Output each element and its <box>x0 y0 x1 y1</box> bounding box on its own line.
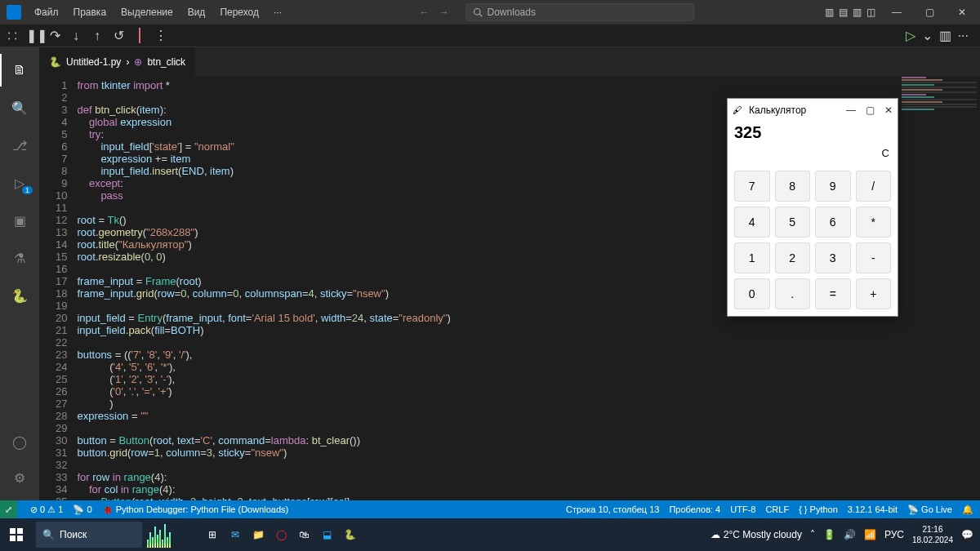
taskbar-mail-icon[interactable]: ✉ <box>224 523 247 546</box>
extensions-icon[interactable]: ▣ <box>0 204 39 237</box>
minimap[interactable] <box>898 76 980 174</box>
task-view-icon[interactable]: ⊞ <box>201 523 224 546</box>
svg-rect-3 <box>17 528 23 534</box>
calc-btn-6[interactable]: 6 <box>815 207 851 238</box>
breadcrumb-symbol: btn_click <box>147 56 185 68</box>
toggle-panel-right-icon[interactable]: ▥ <box>853 7 862 18</box>
status-notifications-icon[interactable]: 🔔 <box>962 504 973 515</box>
menu-edit[interactable]: Правка <box>67 3 114 21</box>
nav-back-icon[interactable]: ← <box>420 7 430 18</box>
run-dropdown-icon[interactable]: ⌄ <box>922 28 933 43</box>
taskbar-vscode-icon[interactable]: ⬓ <box>315 523 338 546</box>
tray-notifications-icon[interactable]: 💬 <box>961 529 973 540</box>
stop-icon[interactable] <box>132 29 147 43</box>
python-env-icon[interactable]: 🐍 <box>0 279 39 312</box>
weather-widget[interactable]: ☁ 2°C Mostly cloudy <box>710 529 802 540</box>
debug-badge: 1 <box>22 186 33 194</box>
tray-battery-icon[interactable]: 🔋 <box>823 529 835 540</box>
status-encoding[interactable]: UTF-8 <box>730 504 755 514</box>
windows-icon <box>10 528 23 541</box>
status-eol[interactable]: CRLF <box>765 504 789 514</box>
taskbar-opera-icon[interactable]: ◯ <box>270 523 292 546</box>
tray-wifi-icon[interactable]: 📶 <box>864 529 876 540</box>
remote-indicator[interactable]: ⤢ <box>0 500 17 518</box>
restart-icon[interactable]: ↺ <box>111 28 126 43</box>
run-icon[interactable]: ▷ <box>906 28 915 43</box>
customize-layout-icon[interactable]: ◫ <box>866 7 875 18</box>
status-golive[interactable]: 📡 Go Live <box>907 504 952 515</box>
calc-btn-dot[interactable]: . <box>775 278 811 309</box>
calc-btn-4[interactable]: 4 <box>734 207 770 238</box>
editor-more-icon[interactable]: ··· <box>958 29 969 43</box>
status-problems[interactable]: ⊘ 0 ⚠ 1 <box>30 504 63 515</box>
windows-taskbar: 🔍 Поиск ⊞ ✉ 📁 ◯ 🛍 ⬓ 🐍 ☁ 2°C Mostly cloud… <box>0 518 980 551</box>
tab-untitled[interactable]: 🐍 Untitled-1.py › ⊕ btn_click <box>39 47 196 76</box>
taskbar-explorer-icon[interactable]: 📁 <box>247 523 270 546</box>
step-over-icon[interactable]: ↷ <box>47 28 62 43</box>
menu-go[interactable]: Переход <box>213 3 265 21</box>
start-button[interactable] <box>0 518 33 551</box>
calc-minimize-icon[interactable]: — <box>846 104 856 116</box>
calc-maximize-icon[interactable]: ▢ <box>866 104 875 116</box>
calc-btn-9[interactable]: 9 <box>815 171 851 202</box>
window-minimize-icon[interactable]: — <box>882 2 911 23</box>
status-ports[interactable]: 📡 0 <box>73 504 91 515</box>
calc-clear-button[interactable]: C <box>882 147 889 159</box>
status-indent[interactable]: Пробелов: 4 <box>669 504 720 514</box>
run-debug-icon[interactable]: ▷1 <box>0 167 39 199</box>
calc-btn-mul[interactable]: * <box>856 207 892 238</box>
tray-chevron-icon[interactable]: ˄ <box>810 529 815 540</box>
menu-view[interactable]: Вид <box>181 3 212 21</box>
status-language[interactable]: { } Python <box>799 504 838 514</box>
search-activity-icon[interactable]: 🔍 <box>0 91 39 124</box>
menu-selection[interactable]: Выделение <box>114 3 180 21</box>
status-cursor[interactable]: Строка 10, столбец 13 <box>566 504 659 514</box>
calc-close-icon[interactable]: ✕ <box>884 104 893 116</box>
status-interpreter[interactable]: 3.12.1 64-bit <box>848 504 898 514</box>
taskbar-search[interactable]: 🔍 Поиск <box>36 522 142 548</box>
calc-btn-7[interactable]: 7 <box>734 171 770 202</box>
window-maximize-icon[interactable]: ▢ <box>915 2 944 23</box>
command-center[interactable]: Downloads <box>466 3 694 21</box>
calc-btn-1[interactable]: 1 <box>734 242 770 273</box>
calc-btn-5[interactable]: 5 <box>775 207 811 238</box>
tray-language[interactable]: РУС <box>884 529 904 540</box>
calc-btn-sub[interactable]: - <box>856 242 892 273</box>
menu-file[interactable]: Файл <box>28 3 65 21</box>
calc-titlebar[interactable]: 🖋 Калькулятор — ▢ ✕ <box>728 99 898 122</box>
search-icon: 🔍 <box>42 529 55 540</box>
step-into-icon[interactable]: ↓ <box>69 29 83 43</box>
drag-handle-icon[interactable]: ⸬ <box>5 29 20 43</box>
source-control-icon[interactable]: ⎇ <box>0 129 39 162</box>
menu-more[interactable]: ··· <box>267 3 288 21</box>
taskbar-store-icon[interactable]: 🛍 <box>292 523 315 546</box>
window-close-icon[interactable]: ✕ <box>947 2 977 23</box>
pause-icon[interactable]: ❚❚ <box>26 28 41 43</box>
calc-btn-8[interactable]: 8 <box>775 171 811 202</box>
nav-forward-icon[interactable]: → <box>439 7 449 18</box>
step-out-icon[interactable]: ↑ <box>90 29 105 43</box>
testing-icon[interactable]: ⚗ <box>0 242 39 274</box>
tray-volume-icon[interactable]: 🔊 <box>844 529 856 540</box>
split-editor-icon[interactable]: ▥ <box>939 28 951 43</box>
accounts-icon[interactable]: ◯ <box>0 425 39 458</box>
taskbar-python-icon[interactable]: 🐍 <box>338 523 361 546</box>
vscode-icon <box>7 5 21 20</box>
toggle-panel-bottom-icon[interactable]: ▤ <box>839 7 848 18</box>
search-placeholder: Downloads <box>488 7 536 18</box>
tray-clock[interactable]: 21:16 18.02.2024 <box>912 524 953 545</box>
calc-btn-0[interactable]: 0 <box>734 278 770 309</box>
explorer-icon[interactable]: 🗎 <box>0 54 39 87</box>
calc-btn-2[interactable]: 2 <box>775 242 811 273</box>
calculator-window[interactable]: 🖋 Калькулятор — ▢ ✕ 325 C 7 8 9 / 4 5 6 … <box>727 98 898 317</box>
toggle-panel-left-icon[interactable]: ▥ <box>825 7 834 18</box>
calc-btn-div[interactable]: / <box>856 171 892 202</box>
calc-btn-eq[interactable]: = <box>815 278 851 309</box>
search-icon <box>473 7 483 17</box>
calc-keypad: 7 8 9 / 4 5 6 * 1 2 3 - 0 . = + <box>728 164 898 316</box>
calc-btn-add[interactable]: + <box>856 278 892 309</box>
calc-btn-3[interactable]: 3 <box>815 242 851 273</box>
settings-gear-icon[interactable]: ⚙ <box>0 461 39 494</box>
status-debugger[interactable]: 🐞 Python Debugger: Python File (Download… <box>102 504 289 515</box>
toolbar-more-icon[interactable]: ⋮ <box>154 28 168 43</box>
